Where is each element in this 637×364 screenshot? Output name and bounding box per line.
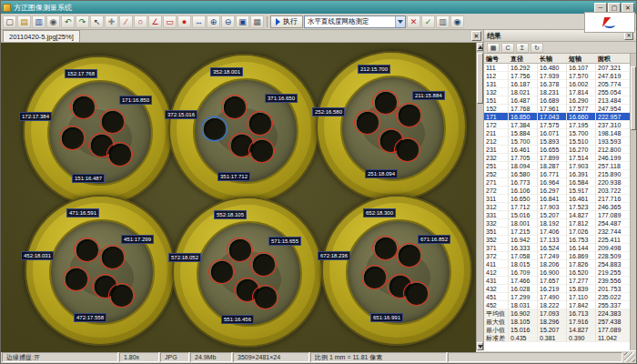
measurement-label: 352:18.001 bbox=[210, 67, 243, 76]
column-header[interactable]: 直径 bbox=[509, 55, 538, 63]
distance-tool-icon[interactable]: ↔ bbox=[192, 15, 206, 28]
measurement-label: 171:16.850 bbox=[119, 96, 152, 105]
table-cell: 16.071 bbox=[538, 129, 567, 137]
measurement-label: 572:18.052 bbox=[168, 253, 201, 262]
circle-tool-icon[interactable]: ○ bbox=[134, 15, 147, 28]
column-header[interactable]: 长轴 bbox=[538, 55, 567, 63]
pointer-icon[interactable]: ↖ bbox=[90, 15, 104, 28]
resize-grip[interactable] bbox=[624, 352, 635, 362]
delete-icon[interactable]: ✕ bbox=[407, 15, 420, 28]
table-cell: 17.575 bbox=[538, 121, 567, 129]
measurement-label: 371:16.650 bbox=[265, 94, 298, 103]
measurement-label: 551:16.456 bbox=[221, 315, 254, 324]
table-vertical-scrollbar[interactable] bbox=[630, 54, 636, 350]
angle-tool-icon[interactable]: ∠ bbox=[148, 15, 162, 28]
copy-icon[interactable]: C bbox=[501, 43, 514, 53]
column-header[interactable]: 面积 bbox=[596, 55, 630, 63]
table-cell: 16.292 bbox=[509, 64, 538, 72]
image-viewport: 152:17.768172:17.384171:16.850151:16.487… bbox=[1, 43, 483, 350]
save-icon[interactable]: ▥ bbox=[32, 15, 46, 28]
scroll-down-icon[interactable] bbox=[477, 342, 483, 350]
table-cell: 15.893 bbox=[538, 137, 567, 146]
table-cell: 17.299 bbox=[509, 293, 538, 301]
measurement-label: 172:17.384 bbox=[19, 112, 52, 121]
column-header[interactable]: 编号 bbox=[484, 55, 509, 63]
zoom-in-icon[interactable]: ⊕ bbox=[207, 15, 220, 28]
table-cell: 17.842 bbox=[567, 301, 596, 309]
table-cell: 220.938 bbox=[596, 178, 630, 187]
table-cell: 17.523 bbox=[567, 203, 596, 211]
table-cell: 431 bbox=[484, 277, 509, 285]
scroll-up-icon[interactable] bbox=[477, 43, 483, 51]
point-tool-icon[interactable]: ● bbox=[177, 15, 191, 28]
report-icon[interactable]: ▥ bbox=[436, 15, 450, 28]
table-cell: 标准差 bbox=[484, 334, 509, 342]
zoom-out-icon[interactable]: ⊖ bbox=[221, 15, 235, 28]
sigma-icon[interactable]: Σ bbox=[516, 43, 529, 53]
measurement-label: 671:16.852 bbox=[418, 235, 450, 244]
results-panel: 结果 ✕ ▦CΣ↻ 编号直径长轴短轴面积 11116.29216.48016.1… bbox=[483, 30, 636, 350]
scroll-track[interactable] bbox=[477, 51, 483, 342]
preset-combobox[interactable]: 水平直线度网格测定 bbox=[304, 15, 406, 28]
table-cell: 18.222 bbox=[538, 301, 567, 309]
table-cell: 11.042 bbox=[596, 334, 630, 342]
red-fit-ellipse bbox=[108, 283, 135, 308]
hole bbox=[109, 144, 131, 166]
table-cell: 18.094 bbox=[509, 162, 538, 170]
window-controls: ─ ▢ ✕ bbox=[594, 3, 634, 13]
title-bar: 方正图像测量系统 ─ ▢ ✕ bbox=[1, 1, 636, 14]
table-cell: 16.655 bbox=[538, 146, 567, 154]
table-cell: 18.287 bbox=[538, 162, 567, 170]
zoom-fit-icon[interactable]: ▣ bbox=[236, 15, 249, 28]
table-cell: 246.199 bbox=[596, 154, 630, 162]
tab-image-file[interactable]: 20110420-5.jpg[25%] bbox=[3, 30, 80, 42]
settings-icon[interactable]: ◉ bbox=[450, 15, 464, 28]
open-folder-icon[interactable]: ▤ bbox=[17, 15, 31, 28]
table-cell: 215.890 bbox=[596, 170, 630, 178]
table-cell: 最大值 bbox=[484, 318, 509, 326]
table-cell: 16.524 bbox=[538, 244, 567, 252]
new-file-icon[interactable]: ▢ bbox=[3, 15, 16, 28]
disc-2: 352:18.001372:15.016371:16.650351:17.712 bbox=[168, 54, 319, 205]
table-cell: 17.768 bbox=[509, 105, 538, 113]
pan-hand-icon[interactable]: ✚ bbox=[105, 15, 118, 28]
table-header-row: 编号直径长轴短轴面积 bbox=[484, 54, 630, 64]
tab-bar: 20110420-5.jpg[25%] ✕ bbox=[1, 30, 483, 43]
undo-icon[interactable]: ↶ bbox=[61, 15, 75, 28]
table-cell: 311 bbox=[484, 195, 509, 203]
image-canvas[interactable]: 152:17.768172:17.384171:16.850151:16.487… bbox=[1, 43, 476, 352]
hole bbox=[397, 139, 419, 161]
table-cell: 16.107 bbox=[567, 64, 596, 72]
table-cell: 257.118 bbox=[596, 162, 630, 170]
app-icon bbox=[3, 4, 11, 12]
camera-icon[interactable]: ◉ bbox=[46, 15, 60, 28]
maximize-button[interactable]: ▢ bbox=[608, 3, 621, 13]
table-cell: 371 bbox=[484, 244, 509, 252]
measurement-label: 552:18.105 bbox=[214, 210, 247, 219]
rect-tool-icon[interactable]: ▭ bbox=[163, 15, 177, 28]
grid-icon[interactable]: ▦ bbox=[250, 15, 264, 28]
tab-close-icon[interactable]: ✕ bbox=[471, 31, 481, 41]
apply-icon[interactable]: ✓ bbox=[421, 15, 435, 28]
column-header[interactable]: 短轴 bbox=[567, 55, 596, 63]
line-tool-icon[interactable]: ∕ bbox=[119, 15, 133, 28]
table-cell: 16.219 bbox=[538, 285, 567, 293]
refresh-icon[interactable]: ↻ bbox=[531, 43, 543, 53]
table-scroll-thumb[interactable] bbox=[631, 66, 636, 130]
table-cell: 18.192 bbox=[538, 219, 567, 228]
redo-icon[interactable]: ↷ bbox=[76, 15, 89, 28]
toolbar-separator bbox=[267, 16, 268, 27]
table-cell: 18.015 bbox=[509, 260, 538, 268]
play-icon bbox=[276, 18, 280, 25]
chevron-down-icon[interactable] bbox=[395, 16, 405, 27]
table-cell: 17.814 bbox=[567, 88, 596, 96]
minimize-button[interactable]: ─ bbox=[594, 3, 607, 13]
scroll-thumb[interactable] bbox=[477, 53, 483, 104]
close-button[interactable]: ✕ bbox=[622, 3, 634, 13]
image-pane: 20110420-5.jpg[25%] ✕ 152:17.768172:17.3… bbox=[1, 30, 483, 350]
execute-button[interactable]: 执行 bbox=[270, 15, 303, 28]
export-table-icon[interactable]: ▦ bbox=[487, 43, 500, 53]
table-cell: 17.570 bbox=[567, 72, 596, 80]
red-fit-ellipse bbox=[74, 238, 100, 262]
canvas-vertical-scrollbar[interactable] bbox=[476, 43, 483, 350]
